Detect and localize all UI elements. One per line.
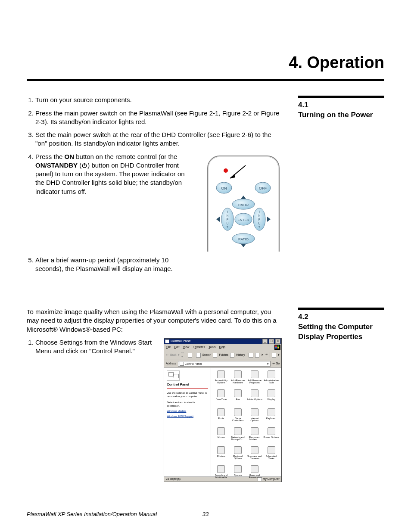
cp-item-fax[interactable]: Fax	[230, 389, 246, 408]
steps-list-41: Turn on your source components. Press th…	[27, 96, 284, 273]
step-1: Turn on your source components.	[35, 96, 284, 104]
section-41-title: Turning on the Power	[298, 110, 384, 120]
section-42-rule	[298, 308, 384, 310]
cp-item-game-controllers[interactable]: Game Controllers	[230, 408, 246, 427]
search-button[interactable]: Search	[202, 353, 212, 357]
section-42-title: Setting the Computer Display Properties	[298, 322, 384, 342]
footer-title: PlasmaWall XP Series Installation/Operat…	[27, 510, 157, 518]
steps-list-42: Choose Settings from the Windows Start M…	[27, 338, 156, 356]
step-4: Press the ON button on the remote contro…	[35, 152, 284, 252]
power-icon	[81, 162, 87, 168]
cp-item-display[interactable]: Display	[263, 389, 280, 408]
cp-item-sounds-multimedia[interactable]: Sounds and Multimedia	[213, 465, 230, 484]
window-icon	[165, 339, 169, 343]
status-object-count: 23 object(s)	[166, 477, 258, 481]
views-icon[interactable]	[272, 353, 276, 358]
cp-item-administrative-tools[interactable]: Administrative Tools	[263, 370, 280, 389]
cp-side-desc1: Use the settings in Control Panel to per…	[167, 391, 208, 398]
svg-text:N: N	[258, 214, 260, 217]
up-icon[interactable]	[188, 353, 192, 358]
folders-icon[interactable]	[213, 353, 217, 358]
cp-item-keyboard[interactable]: Keyboard	[263, 408, 280, 427]
chapter-rule	[27, 79, 384, 81]
svg-text:N: N	[226, 214, 228, 217]
cp-item-scheduled-tasks[interactable]: Scheduled Tasks	[263, 446, 280, 465]
cp-item-scanners-cameras[interactable]: Scanners and Cameras	[246, 446, 263, 465]
on-label: ON	[65, 153, 75, 160]
cp-item-label: Fax	[236, 398, 240, 401]
search-icon[interactable]	[196, 353, 200, 358]
section-42-num: 4.2	[298, 312, 384, 322]
step-4-a: Press the	[35, 153, 65, 160]
menu-help[interactable]: Help	[219, 345, 225, 349]
menu-tools[interactable]: Tools	[209, 345, 215, 349]
close-button[interactable]: ×	[275, 339, 280, 344]
my-computer-icon	[258, 477, 262, 481]
svg-text:I: I	[259, 210, 260, 213]
cp-item-label: Accessibility Options	[215, 379, 227, 384]
cp-item-regional-options[interactable]: Regional Options	[230, 446, 246, 465]
step-42-1-text: Choose Settings from the Windows Start M…	[35, 339, 152, 355]
control-panel-window: Control Panel _ □ × File Edit View Favor…	[164, 338, 282, 482]
cp-item-label: Folder Options	[247, 398, 262, 401]
menu-edit[interactable]: Edit	[174, 345, 179, 349]
cp-item-network-dialup[interactable]: Network and Dial-up Co…	[230, 427, 246, 446]
cp-item-power-options[interactable]: Power Options	[263, 427, 280, 446]
cp-item-add-remove-hardware[interactable]: Add/Remove Hardware	[230, 370, 246, 389]
cp-item-date-time[interactable]: Date/Time	[213, 389, 230, 408]
svg-rect-35	[277, 347, 279, 348]
moveto-icon[interactable]	[249, 353, 253, 358]
svg-rect-34	[275, 347, 277, 348]
cp-item-label: Add/Remove Programs	[248, 379, 262, 384]
cp-item-printers[interactable]: Printers	[213, 446, 230, 465]
cp-item-fonts[interactable]: Fonts	[213, 408, 230, 427]
menubar: File Edit View Favorites Tools Help	[164, 344, 281, 350]
history-button[interactable]: History	[236, 353, 245, 357]
minimize-button[interactable]: _	[262, 339, 268, 344]
status-location: My Computer	[263, 477, 280, 481]
cp-item-add-remove-programs[interactable]: Add/Remove Programs	[246, 370, 263, 389]
cp-item-accessibility-options[interactable]: Accessibility Options	[213, 370, 230, 389]
cp-item-internet-options[interactable]: Internet Options	[246, 408, 263, 427]
cp-item-system[interactable]: System	[230, 465, 246, 484]
link-windows-update[interactable]: Windows Update	[167, 409, 208, 413]
go-label: Go	[276, 362, 280, 366]
svg-rect-32	[275, 345, 277, 347]
cp-item-users-passwords[interactable]: Users and Passwords	[246, 465, 263, 484]
cp-item-label: Fonts	[218, 417, 224, 420]
link-windows-2000-support[interactable]: Windows 2000 Support	[167, 414, 208, 418]
go-button[interactable]: ➜Go	[272, 362, 280, 366]
cp-item-label: Game Controllers	[232, 417, 244, 422]
svg-text:ON: ON	[221, 186, 227, 190]
maximize-button[interactable]: □	[269, 339, 274, 344]
address-field[interactable]: Control Panel ▾	[178, 361, 271, 367]
section-41-rule	[298, 96, 384, 98]
svg-text:T: T	[227, 226, 229, 229]
back-button[interactable]: Back	[170, 353, 176, 357]
cp-item-label: Add/Remove Hardware	[231, 379, 245, 384]
step-1-text: Turn on your source components.	[35, 96, 132, 103]
step-5-text: After a brief warm-up period (approximat…	[35, 256, 173, 272]
cp-item-phone-modem[interactable]: Phone and Modem…	[246, 427, 263, 446]
svg-text:OFF: OFF	[259, 186, 267, 190]
step-4-text: Press the ON button on the remote contro…	[35, 152, 192, 196]
folders-button[interactable]: Folders	[219, 353, 228, 357]
cp-item-folder-options[interactable]: Folder Options	[246, 389, 263, 408]
section-42-intro: To maximize image quality when using the…	[27, 308, 284, 334]
copyto-icon[interactable]	[255, 353, 259, 358]
menu-view[interactable]: View	[183, 345, 189, 349]
cp-item-label: Scheduled Tasks	[266, 455, 277, 460]
cp-item-label: Phone and Modem…	[249, 436, 261, 441]
chapter-name: Operation	[307, 53, 384, 72]
windows-logo-icon	[274, 345, 280, 350]
cp-item-label: System	[234, 474, 242, 476]
svg-text:U: U	[226, 222, 228, 225]
svg-text:RATIO: RATIO	[238, 237, 249, 241]
history-icon[interactable]	[230, 353, 234, 358]
menu-file[interactable]: File	[166, 345, 171, 349]
step-3-text: Set the main power switch at the rear of…	[35, 131, 271, 147]
menu-favorites[interactable]: Favorites	[193, 345, 205, 349]
page-footer: PlasmaWall XP Series Installation/Operat…	[27, 510, 384, 518]
toolbar: ⇦ Back ▾ ⇨ ▾ Search Folders History	[164, 350, 281, 360]
cp-item-mouse[interactable]: Mouse	[213, 427, 230, 446]
